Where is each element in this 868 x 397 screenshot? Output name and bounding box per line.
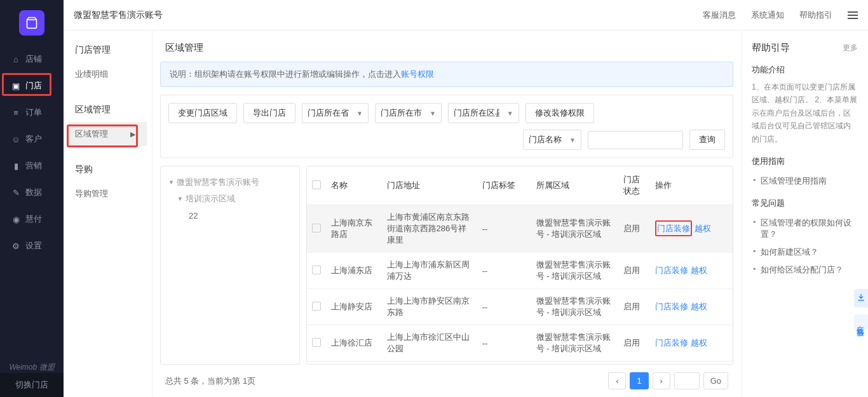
override-link[interactable]: 越权 (691, 338, 707, 347)
cell-name: 上海浦东店 (326, 253, 382, 289)
data-icon: ✎ (11, 188, 20, 197)
marketing-icon: ▮ (11, 161, 20, 170)
switch-store-button[interactable]: 切换门店 (0, 373, 64, 397)
search-button[interactable]: 查询 (689, 130, 725, 150)
region-tree: ▼微盟智慧零售演示账号 ▼培训演示区域 22 (160, 166, 300, 365)
override-link[interactable]: 越权 (695, 224, 711, 233)
edit-link[interactable]: 门店装修 (655, 338, 688, 347)
sub-item-performance[interactable]: 业绩明细 (64, 62, 152, 86)
district-select[interactable]: 门店所在区县▼ (448, 103, 519, 123)
edit-link[interactable]: 门店装修 (655, 266, 688, 275)
next-page-button[interactable]: › (653, 372, 670, 389)
cell-name: 上海静安店 (326, 289, 382, 325)
chevron-down-icon: ▼ (177, 196, 183, 202)
help-intro-title: 功能介绍 (752, 64, 858, 76)
download-float-button[interactable] (854, 289, 868, 307)
select-all-checkbox[interactable] (312, 180, 321, 189)
nav-label: 慧付 (25, 213, 42, 225)
nav-item-customer[interactable]: ☺客户 (0, 126, 64, 152)
notice-bar: 说明：组织架构请在账号权限中进行新增或编辑操作，点击进入账号权限 (160, 62, 733, 87)
col-name: 名称 (326, 166, 382, 205)
search-input[interactable] (588, 131, 683, 149)
tree-leaf[interactable]: 22 (168, 207, 292, 220)
nav-item-marketing[interactable]: ▮营销 (0, 152, 64, 179)
settings-icon: ⚙ (11, 241, 20, 250)
sub-item-guide-mgmt[interactable]: 导购管理 (64, 182, 152, 206)
cell-addr: 上海市黄浦区南京东路街道南京西路286号祥康里 (382, 205, 477, 253)
order-icon: ≡ (11, 108, 20, 117)
table-row: 上海浦东店 上海上海市浦东新区周浦万达 -- 微盟智慧零售演示账号 - 培训演示… (307, 253, 733, 289)
city-select[interactable]: 门店所在市▼ (375, 103, 442, 123)
nav-item-settings[interactable]: ⚙设置 (0, 232, 64, 259)
row-checkbox[interactable] (312, 266, 321, 274)
help-faq-item[interactable]: 区域管理者的权限如何设置？ (752, 214, 858, 243)
topbar-link-help[interactable]: 帮助指引 (799, 10, 832, 21)
table-row: 上海南京东路店 上海市黄浦区南京东路街道南京西路286号祥康里 -- 微盟智慧零… (307, 205, 733, 253)
override-link[interactable]: 越权 (691, 302, 707, 311)
nav-item-shop[interactable]: ▣门店 (0, 72, 64, 99)
nav-label: 店铺 (25, 53, 42, 65)
help-faq-item[interactable]: 如何新建区域？ (752, 243, 858, 261)
edit-link[interactable]: 门店装修 (655, 220, 692, 236)
cell-status: 启用 (618, 253, 650, 289)
tree-root[interactable]: ▼微盟智慧零售演示账号 (168, 174, 292, 191)
cell-tag: -- (477, 253, 531, 289)
col-action: 操作 (650, 166, 733, 205)
tree-child[interactable]: ▼培训演示区域 (168, 191, 292, 207)
cell-region: 微盟智慧零售演示账号 - 培训演示区域 (531, 253, 619, 289)
store-table: 名称 门店地址 门店标签 所属区域 门店状态 操作 上海南京东路店 上海市黄浦区… (307, 166, 733, 365)
go-button[interactable]: Go (703, 372, 728, 389)
pay-icon: ◉ (11, 215, 20, 224)
change-region-button[interactable]: 变更门店区域 (168, 103, 237, 123)
toolbar: 变更门店区域 导出门店 门店所在省▼ 门店所在市▼ 门店所在区县▼ 修改装修权限… (160, 95, 733, 158)
nav-label: 客户 (25, 133, 42, 145)
row-checkbox[interactable] (312, 338, 321, 347)
chevron-down-icon: ▼ (569, 137, 576, 144)
nav-item-store[interactable]: ⌂店铺 (0, 46, 64, 72)
help-guide-item[interactable]: 区域管理使用指南 (752, 172, 858, 190)
page-1-button[interactable]: 1 (630, 372, 648, 389)
sub-item-region-mgmt[interactable]: 区域管理 ▶ (69, 122, 147, 146)
override-link[interactable]: 越权 (691, 266, 707, 275)
col-region: 所属区域 (531, 166, 619, 205)
sub-nav-sidebar: 门店管理 业绩明细 区域管理 区域管理 ▶ 导购 导购管理 (64, 30, 153, 397)
col-status: 门店状态 (618, 166, 650, 205)
cell-action: 门店装修 越权 (650, 205, 733, 253)
pagination: 总共 5 条，当前为第 1页 ‹ 1 › Go (160, 365, 733, 397)
nav-item-data[interactable]: ✎数据 (0, 179, 64, 206)
nav-label: 订单 (25, 107, 42, 118)
nav-item-pay[interactable]: ◉慧付 (0, 206, 64, 232)
notice-text: 说明：组织架构请在账号权限中进行新增或编辑操作，点击进入 (170, 69, 401, 79)
cell-region: 微盟智慧零售演示账号 - 培训演示区域 (531, 325, 619, 361)
cell-name: 上海南京东路店 (326, 205, 382, 253)
col-tag: 门店标签 (477, 166, 531, 205)
hamburger-icon[interactable] (848, 10, 858, 21)
topbar-link-service[interactable]: 客服消息 (703, 10, 736, 21)
cell-status: 启用 (618, 325, 650, 361)
prev-page-button[interactable]: ‹ (608, 372, 626, 389)
cell-region: 微盟智慧零售演示账号 - 培训演示区域 (531, 289, 619, 325)
nav-label: 门店 (25, 80, 42, 91)
province-select[interactable]: 门店所在省▼ (302, 103, 369, 123)
nav-item-order[interactable]: ≡订单 (0, 99, 64, 126)
help-more-link[interactable]: 更多 (843, 43, 858, 53)
cell-action: 门店装修 越权 (650, 253, 733, 289)
search-type-select[interactable]: 门店名称▼ (523, 130, 581, 150)
notice-link[interactable]: 账号权限 (401, 69, 434, 79)
help-faq-item[interactable]: 如何给区域分配门店？ (752, 261, 858, 279)
cell-region: 微盟智慧零售演示账号 - 培训演示区域 (531, 205, 619, 253)
cell-name: 上海徐汇店 (326, 325, 382, 361)
modify-perm-button[interactable]: 修改装修权限 (526, 103, 594, 123)
chevron-down-icon: ▼ (356, 110, 363, 117)
online-service-button[interactable]: 在线客服 (854, 314, 868, 330)
row-checkbox[interactable] (312, 302, 321, 311)
chevron-right-icon: ▶ (130, 130, 135, 138)
col-addr: 门店地址 (382, 166, 477, 205)
export-button[interactable]: 导出门店 (243, 103, 295, 123)
row-checkbox[interactable] (312, 224, 321, 232)
page-input[interactable] (674, 372, 700, 389)
help-faq-title: 常见问题 (752, 198, 858, 209)
edit-link[interactable]: 门店装修 (655, 302, 688, 311)
topbar-link-notice[interactable]: 系统通知 (751, 10, 784, 21)
table-row: 上海徐汇店 上海上海市徐汇区中山公园 -- 微盟智慧零售演示账号 - 培训演示区… (307, 325, 733, 361)
